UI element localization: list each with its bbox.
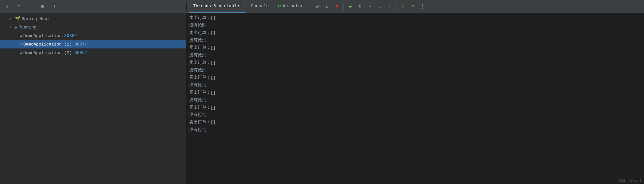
console-line: 卖出订单：[] (187, 14, 644, 22)
toolbar-left: ✕ ⊙ ⚡ ⊞ + (0, 2, 187, 11)
demo3-label: DemoApplication (2):8086/ (23, 50, 87, 55)
springboot-label: Spring Boot (22, 16, 50, 21)
stepout-icon: ↑ (388, 4, 391, 9)
gear-icon-2: ⚙ (20, 42, 22, 47)
console-output: 卖出订单：[]没有抢到卖出订单：[]没有抢到卖出订单：[]没有抢到卖出订单：[]… (187, 13, 644, 184)
console-line: 卖出订单：[] (187, 29, 644, 37)
sidebar-root-springboot[interactable]: ✓ 🌱 Spring Boot (0, 14, 186, 23)
demo2-label: DemoApplication (1):8087/ (23, 42, 87, 47)
toolbar-actions: ↺ ↻ ■ ▶▶ ⏸ ↷ ↓ ↑ (313, 2, 427, 11)
stepinto-button[interactable]: ↓ (375, 2, 384, 11)
sep2 (343, 3, 344, 10)
tab-threads[interactable]: Threads & Variables (189, 0, 246, 13)
toolbar: ✕ ⊙ ⚡ ⊞ + Threads & Variables Console ⟳ … (0, 0, 644, 13)
close-icon: ✕ (6, 4, 9, 9)
add-icon: + (53, 4, 56, 9)
checkmark-icon: ✓ (9, 17, 14, 21)
console-line: 卖出订单：[] (187, 119, 644, 126)
sidebar-item-demo3[interactable]: ⚙ DemoApplication (2):8086/ (0, 48, 186, 57)
reload2-icon: ↻ (326, 3, 329, 9)
console-line: 没有抢到 (187, 111, 644, 119)
gear-icon-3: ⚙ (20, 50, 22, 55)
reload2-button[interactable]: ↻ (322, 2, 332, 11)
sidebar: ✓ 🌱 Spring Boot ▾ ▶ Running ⚙ DemoApplic… (0, 13, 187, 184)
console-line: 没有抢到 (187, 22, 644, 29)
reload-icon: ↺ (316, 3, 319, 9)
toolbar-separator (309, 3, 309, 10)
resume-icon: ▶▶ (349, 5, 352, 9)
console-line: 没有抢到 (187, 97, 644, 104)
actuator-icon: ⟳ (278, 4, 282, 9)
tab-actuator[interactable]: ⟳ Actuator (273, 0, 308, 13)
console-line: 没有抢到 (187, 67, 644, 74)
tab-console[interactable]: Console (246, 0, 273, 13)
more-button[interactable]: ⋮ (418, 2, 427, 11)
running-label: Running (19, 25, 37, 30)
console-line: 卖出订单：[] (187, 59, 644, 67)
console-line: 没有抢到 (187, 82, 644, 89)
rerun-icon: ↩ (402, 4, 404, 9)
rerun-button[interactable]: ↩ (398, 2, 408, 11)
stepinto-icon: ↓ (378, 4, 381, 9)
gear-icon-1: ⚙ (20, 33, 22, 38)
filter-icon: ⚡ (29, 4, 32, 9)
stepover-icon: ↷ (369, 4, 371, 9)
springboot-icon: 🌱 (15, 16, 20, 21)
console-line: 卖出订单：[] (187, 89, 644, 97)
console-line: 卖出订单：[] (187, 104, 644, 112)
console-line: 卖出订单：[] (187, 44, 644, 52)
console-line: 卖出订单：[] (187, 74, 644, 82)
reload-button[interactable]: ↺ (313, 2, 322, 11)
pause-button[interactable]: ⏸ (356, 2, 365, 11)
mute-button[interactable]: ⊘ (408, 2, 417, 11)
add-button[interactable]: + (50, 2, 59, 11)
more-icon: ⋮ (420, 3, 425, 10)
console-line: 没有抢到 (187, 126, 644, 134)
demo1-label: DemoApplication:8088/ (23, 33, 77, 38)
sidebar-item-demo2[interactable]: ⚙ DemoApplication (1):8087/ (0, 40, 186, 48)
console-line: 没有抢到 (187, 52, 644, 59)
pause-icon: ⏸ (358, 4, 362, 9)
filter-button[interactable]: ⚡ (26, 2, 35, 11)
console-line: 没有抢到 (187, 37, 644, 44)
tab-bar: Threads & Variables Console ⟳ Actuator (189, 0, 308, 13)
stop-icon: ■ (336, 4, 338, 9)
stepout-button[interactable]: ↑ (385, 2, 394, 11)
main-content: ✓ 🌱 Spring Boot ▾ ▶ Running ⚙ DemoApplic… (0, 13, 644, 184)
stop-button[interactable]: ■ (332, 2, 341, 11)
sidebar-group-running[interactable]: ▾ ▶ Running (0, 23, 186, 31)
close-button[interactable]: ✕ (3, 2, 12, 11)
sep3 (396, 3, 396, 10)
eye-button[interactable]: ⊙ (14, 2, 24, 11)
expand-button[interactable]: ⊞ (38, 2, 47, 11)
run-icon: ▶ (15, 25, 17, 29)
chevron-down-icon: ▾ (9, 25, 14, 29)
eye-icon: ⊙ (18, 4, 20, 9)
expand-icon: ⊞ (41, 4, 44, 9)
sidebar-item-demo1[interactable]: ⚙ DemoApplication:8088/ (0, 31, 186, 40)
watermark: CSDN @Jyz.8 (617, 179, 641, 183)
resume-button[interactable]: ▶▶ (346, 2, 355, 11)
toolbar-right: Threads & Variables Console ⟳ Actuator ↺… (187, 0, 644, 13)
mute-icon: ⊘ (412, 4, 414, 9)
stepover-button[interactable]: ↷ (365, 2, 375, 11)
